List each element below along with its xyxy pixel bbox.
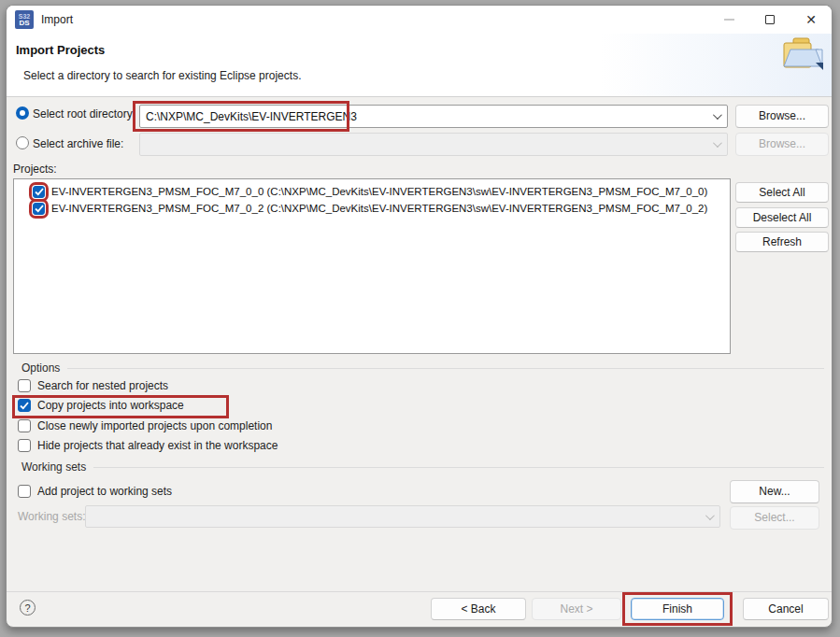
add-working-sets-checkbox[interactable]: [18, 485, 31, 498]
chevron-down-icon[interactable]: [713, 110, 722, 120]
import-dialog: S32 DS Import ✕ Import Projects Select a…: [6, 5, 833, 628]
add-working-sets-label: Add project to working sets: [37, 485, 172, 498]
chevron-down-icon: [713, 138, 722, 148]
select-working-set-button: Select...: [730, 506, 819, 530]
wizard-header: Import Projects Select a directory to se…: [7, 34, 832, 97]
search-nested-checkbox[interactable]: [18, 379, 31, 392]
option-label: Close newly imported projects upon compl…: [37, 419, 272, 432]
close-imported-checkbox[interactable]: [18, 419, 31, 432]
root-directory-radio-label: Select root directory:: [33, 107, 135, 120]
option-label: Copy projects into workspace: [37, 399, 184, 412]
window-title: Import: [41, 13, 73, 26]
project-row[interactable]: EV-INVERTERGEN3_PMSM_FOC_M7_0_0 (C:\NXP\…: [33, 183, 730, 200]
working-sets-group-label: Working sets: [21, 460, 86, 474]
hide-existing-checkbox[interactable]: [18, 439, 31, 452]
browse-archive-button: Browse...: [735, 133, 829, 156]
finish-button[interactable]: Finish: [631, 598, 724, 620]
minimize-icon: [724, 19, 734, 21]
root-directory-combo[interactable]: C:\NXP\MC_DevKits\EV-INVERTERGEN3: [139, 105, 728, 128]
back-button[interactable]: < Back: [431, 598, 526, 620]
projects-list[interactable]: EV-INVERTERGEN3_PMSM_FOC_M7_0_0 (C:\NXP\…: [13, 178, 731, 354]
archive-file-radio-label: Select archive file:: [33, 137, 123, 150]
close-button[interactable]: ✕: [790, 6, 832, 34]
footer-divider: [7, 591, 832, 592]
root-directory-value: C:\NXP\MC_DevKits\EV-INVERTERGEN3: [146, 110, 357, 123]
project-label: EV-INVERTERGEN3_PMSM_FOC_M7_0_2 (C:\NXP\…: [51, 203, 707, 214]
archive-file-radio[interactable]: [16, 136, 29, 149]
next-button: Next >: [532, 598, 621, 620]
maximize-icon: [765, 15, 775, 24]
option-label: Search for nested projects: [37, 379, 168, 392]
help-button[interactable]: ?: [20, 600, 36, 616]
select-all-button[interactable]: Select All: [735, 182, 829, 203]
page-subtitle: Select a directory to search for existin…: [23, 69, 301, 82]
title-bar: S32 DS Import ✕: [7, 6, 832, 34]
browse-root-button[interactable]: Browse...: [735, 105, 829, 128]
minimize-button[interactable]: [708, 6, 749, 34]
open-folder-icon: [781, 37, 824, 79]
s32ds-app-icon: S32 DS: [15, 10, 34, 29]
page-title: Import Projects: [16, 43, 105, 57]
add-working-sets-row[interactable]: Add project to working sets: [18, 485, 172, 498]
option-label: Hide projects that already exist in the …: [37, 439, 278, 452]
chevron-down-icon: [705, 511, 715, 520]
project-checkbox[interactable]: [33, 186, 45, 198]
root-directory-radio[interactable]: [16, 106, 29, 120]
options-group-label: Options: [21, 361, 60, 375]
option-row-close[interactable]: Close newly imported projects upon compl…: [18, 419, 272, 432]
deselect-all-button[interactable]: Deselect All: [735, 207, 829, 228]
working-sets-group-header: Working sets: [21, 460, 824, 474]
cancel-button[interactable]: Cancel: [743, 598, 829, 620]
option-row-copy[interactable]: Copy projects into workspace: [18, 399, 184, 412]
close-icon: ✕: [805, 13, 817, 26]
project-row[interactable]: EV-INVERTERGEN3_PMSM_FOC_M7_0_2 (C:\NXP\…: [33, 200, 730, 217]
working-sets-combo: [85, 505, 720, 528]
new-working-set-button[interactable]: New...: [730, 480, 819, 503]
project-checkbox[interactable]: [33, 203, 45, 215]
refresh-button[interactable]: Refresh: [735, 232, 829, 252]
options-group-header: Options: [21, 361, 824, 375]
working-sets-field-label: Working sets:: [18, 510, 85, 523]
copy-projects-checkbox[interactable]: [18, 399, 31, 412]
projects-label: Projects:: [13, 163, 57, 176]
project-label: EV-INVERTERGEN3_PMSM_FOC_M7_0_0 (C:\NXP\…: [51, 186, 707, 197]
archive-file-combo: [139, 133, 728, 156]
option-row-hide[interactable]: Hide projects that already exist in the …: [18, 439, 278, 452]
option-row-nested[interactable]: Search for nested projects: [18, 379, 168, 392]
app-icon-text-bottom: DS: [19, 20, 29, 27]
maximize-button[interactable]: [749, 6, 790, 34]
